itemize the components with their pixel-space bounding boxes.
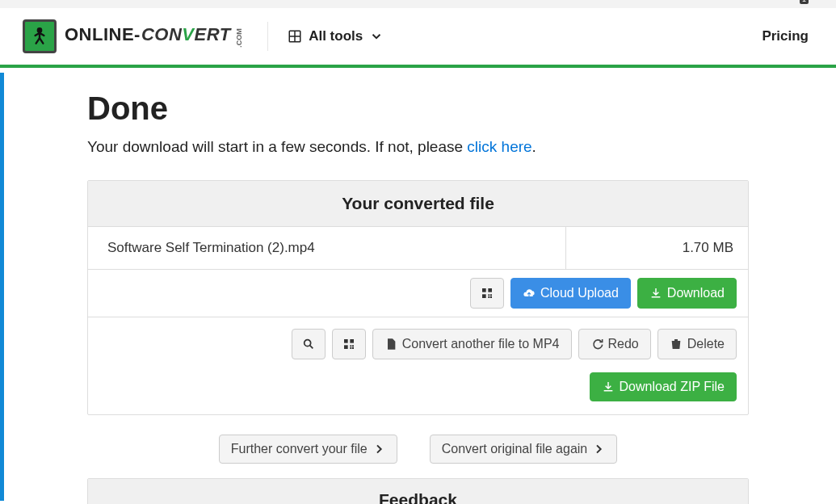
qr-icon (481, 287, 494, 300)
download-icon (649, 287, 662, 300)
chevron-down-icon (369, 29, 384, 44)
bottom-links: Further convert your file Convert origin… (87, 415, 749, 478)
chevron-right-icon (372, 443, 385, 456)
download-icon (602, 380, 615, 393)
svg-rect-13 (350, 345, 351, 346)
svg-rect-5 (488, 294, 489, 296)
zip-row: Download ZIP File (88, 368, 748, 414)
cloud-upload-button[interactable]: Cloud Upload (510, 278, 631, 309)
svg-rect-6 (490, 296, 492, 298)
chevron-right-icon (592, 443, 605, 456)
svg-rect-16 (352, 345, 354, 346)
nav-all-tools[interactable]: All tools (267, 22, 403, 51)
qr-file-button[interactable] (470, 278, 504, 309)
browser-chrome-stub: 1 (0, 0, 836, 8)
left-edge-accent (0, 73, 4, 501)
svg-rect-3 (488, 288, 492, 292)
brand[interactable]: ONLINE-CONVERT.COM (23, 19, 248, 53)
panel-header: Your converted file (88, 181, 748, 227)
grid-icon (288, 29, 302, 44)
download-message: Your download will start in a few second… (87, 138, 749, 156)
convert-original-button[interactable]: Convert original file again (430, 435, 618, 464)
svg-rect-4 (482, 294, 486, 298)
download-button[interactable]: Download (637, 278, 737, 309)
svg-rect-14 (352, 347, 354, 349)
download-message-prefix: Your download will start in a few second… (87, 138, 467, 155)
svg-rect-11 (350, 339, 354, 343)
brand-logo-icon (23, 19, 57, 53)
svg-point-9 (304, 340, 310, 346)
svg-rect-12 (344, 345, 348, 349)
cloud-icon (523, 287, 536, 300)
cloud-upload-label: Cloud Upload (540, 287, 619, 300)
download-zip-button[interactable]: Download ZIP File (590, 372, 737, 401)
convert-original-label: Convert original file again (442, 443, 588, 456)
search-icon (302, 338, 315, 351)
redo-icon (590, 338, 603, 351)
file-actions-row: Cloud Upload Download (88, 270, 748, 317)
page-title: Done (87, 90, 749, 127)
convert-another-label: Convert another file to MP4 (402, 338, 560, 351)
nav-pricing[interactable]: Pricing (762, 28, 813, 44)
svg-rect-2 (482, 288, 486, 292)
file-name: Software Self Termination (2).mp4 (88, 227, 566, 269)
site-header: ONLINE-CONVERT.COM All tools Pricing (0, 8, 836, 68)
extension-badge: 1 (800, 0, 809, 4)
delete-button[interactable]: Delete (657, 329, 737, 359)
trash-icon (670, 338, 683, 351)
further-convert-label: Further convert your file (231, 443, 368, 456)
brand-wordmark: ONLINE-CONVERT.COM (65, 24, 248, 48)
qr-icon (342, 338, 355, 351)
file-size: 1.70 MB (566, 227, 748, 269)
main-content: Done Your download will start in a few s… (0, 68, 836, 504)
redo-button[interactable]: Redo (578, 329, 651, 359)
svg-rect-8 (490, 294, 492, 296)
feedback-panel: Feedback (87, 478, 749, 504)
global-actions-row: Convert another file to MP4 Redo Delete (88, 317, 748, 368)
header-left: ONLINE-CONVERT.COM All tools (23, 19, 403, 53)
file-icon (384, 338, 397, 351)
click-here-link[interactable]: click here (467, 138, 531, 155)
svg-rect-15 (350, 347, 351, 349)
svg-rect-7 (488, 296, 489, 298)
convert-another-button[interactable]: Convert another file to MP4 (372, 329, 572, 359)
converted-file-panel: Your converted file Software Self Termin… (87, 180, 749, 415)
file-row: Software Self Termination (2).mp4 1.70 M… (88, 227, 748, 270)
further-convert-button[interactable]: Further convert your file (219, 435, 397, 464)
download-message-suffix: . (532, 138, 536, 155)
qr-global-button[interactable] (332, 329, 366, 359)
nav-all-tools-label: All tools (309, 28, 363, 44)
redo-label: Redo (608, 338, 639, 351)
download-zip-label: Download ZIP File (620, 380, 725, 393)
search-button[interactable] (292, 329, 326, 359)
download-label: Download (667, 287, 725, 300)
feedback-header: Feedback (88, 479, 748, 504)
delete-label: Delete (687, 338, 725, 351)
svg-rect-10 (344, 339, 348, 343)
